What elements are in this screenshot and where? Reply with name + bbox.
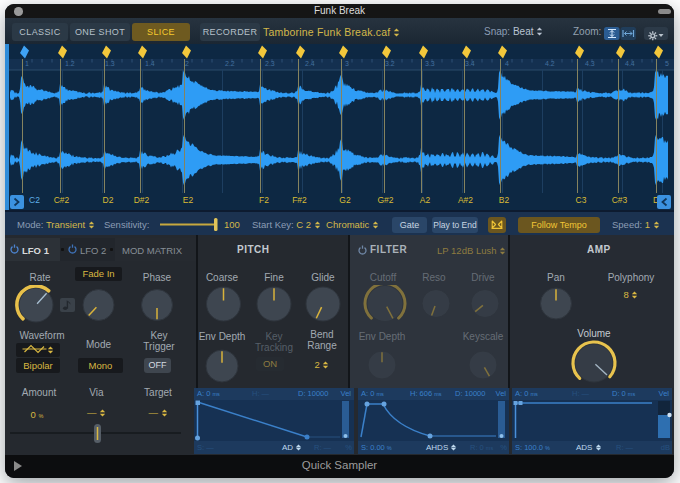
svg-text:4: 4 xyxy=(505,60,509,67)
svg-text:4.3: 4.3 xyxy=(585,60,595,67)
svg-text:1: 1 xyxy=(25,60,29,67)
svg-text:E2: E2 xyxy=(183,195,194,205)
svg-text:4.4: 4.4 xyxy=(625,60,635,67)
svg-text:F#2: F#2 xyxy=(292,195,307,205)
svg-text:D2: D2 xyxy=(103,195,114,205)
svg-text:1.2: 1.2 xyxy=(65,60,75,67)
svg-text:2.4: 2.4 xyxy=(305,60,315,67)
svg-text:C#2: C#2 xyxy=(54,195,70,205)
svg-text:3.4: 3.4 xyxy=(465,60,475,67)
svg-text:2: 2 xyxy=(185,60,189,67)
svg-text:2.3: 2.3 xyxy=(265,60,275,67)
svg-text:A#2: A#2 xyxy=(458,195,473,205)
svg-text:3: 3 xyxy=(345,60,349,67)
svg-text:3.3: 3.3 xyxy=(425,60,435,67)
svg-text:1.3: 1.3 xyxy=(105,60,115,67)
svg-text:4.2: 4.2 xyxy=(545,60,555,67)
svg-text:G2: G2 xyxy=(339,195,351,205)
svg-text:2.2: 2.2 xyxy=(225,60,235,67)
svg-text:1.4: 1.4 xyxy=(145,60,155,67)
svg-text:A2: A2 xyxy=(420,195,431,205)
svg-text:F2: F2 xyxy=(259,195,269,205)
svg-text:C3: C3 xyxy=(576,195,587,205)
svg-text:B2: B2 xyxy=(499,195,510,205)
svg-text:D#2: D#2 xyxy=(134,195,150,205)
svg-text:3.2: 3.2 xyxy=(385,60,395,67)
svg-text:5: 5 xyxy=(665,60,669,67)
svg-text:G#2: G#2 xyxy=(377,195,393,205)
svg-text:C2: C2 xyxy=(29,195,40,205)
svg-text:C#3: C#3 xyxy=(612,195,628,205)
